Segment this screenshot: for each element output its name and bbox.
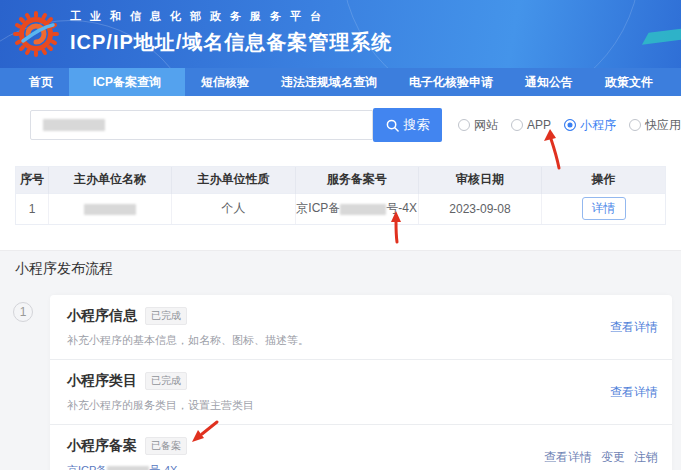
change-link[interactable]: 变更: [601, 449, 625, 466]
radio-circle-icon: [458, 119, 470, 131]
redacted-license: [107, 466, 149, 470]
radio-website[interactable]: 网站: [458, 117, 498, 134]
redacted-org-name: [84, 204, 136, 215]
view-details-link[interactable]: 查看详情: [610, 319, 658, 336]
cell-action: 详情: [542, 193, 665, 224]
col-org-name: 主办单位名称: [48, 167, 171, 193]
view-details-link[interactable]: 查看详情: [610, 384, 658, 401]
miniprogram-process-section: 小程序发布流程 1 小程序信息 已完成 补充小程序的基本信息，如名称、图标、描述…: [0, 250, 681, 470]
main-nav: 首页 ICP备案查询 短信核验 违法违规域名查询 电子化核验申请 通知公告 政策…: [0, 68, 681, 96]
redacted-license: [340, 204, 386, 215]
nav-item-home[interactable]: 首页: [13, 68, 69, 96]
nav-item-sms-verify[interactable]: 短信核验: [185, 68, 265, 96]
step-miniprogram-category: 小程序类目 已完成 补充小程序的服务类目，设置主营类目 查看详情: [50, 359, 672, 424]
step-description: 补充小程序的基本信息，如名称、图标、描述等。: [67, 333, 658, 348]
cell-license-no: 京ICP备号-4X: [295, 193, 418, 224]
license-prefix: 京ICP备: [296, 201, 340, 215]
radio-label: APP: [527, 118, 551, 132]
cell-audit-date: 2023-09-08: [418, 193, 541, 224]
step-miniprogram-info: 小程序信息 已完成 补充小程序的基本信息，如名称、图标、描述等。 查看详情: [50, 295, 672, 359]
cell-org-type: 个人: [172, 193, 295, 224]
process-title: 小程序发布流程: [0, 251, 681, 278]
deregister-link[interactable]: 注销: [634, 449, 658, 466]
step-miniprogram-filing: 小程序备案 已备案 京ICP备号-4X 查看详情 变更 注销: [50, 424, 672, 470]
search-type-radios: 网站 APP 小程序 快应用: [458, 117, 681, 134]
platform-name: 工业和信息化部政务服务平台: [70, 9, 392, 24]
table-row: 1 个人 京ICP备号-4X 2023-09-08 详情: [16, 193, 665, 224]
page-title: ICP/IP地址/域名信息备案管理系统: [70, 29, 392, 56]
step-title: 小程序备案: [67, 437, 137, 455]
radio-app[interactable]: APP: [511, 118, 551, 132]
cell-index: 1: [16, 193, 48, 224]
step-description: 补充小程序的服务类目，设置主营类目: [67, 398, 658, 413]
results-table: 序号 主办单位名称 主办单位性质 服务备案号 审核日期 操作 1 个人 京ICP…: [15, 166, 666, 225]
radio-miniprogram[interactable]: 小程序: [564, 117, 616, 134]
radio-circle-icon: [629, 119, 641, 131]
step-number-badge: 1: [13, 302, 33, 322]
icp-beian-page: 工业和信息化部政务服务平台 ICP/IP地址/域名信息备案管理系统 首页 ICP…: [0, 0, 681, 470]
radio-selected-icon: [564, 119, 576, 131]
process-card: 小程序信息 已完成 补充小程序的基本信息，如名称、图标、描述等。 查看详情 小程…: [50, 295, 672, 470]
redacted-search-term: [43, 119, 105, 131]
radio-quickapp[interactable]: 快应用: [629, 117, 681, 134]
search-button-label: 搜索: [404, 116, 430, 134]
table-header-row: 序号 主办单位名称 主办单位性质 服务备案号 审核日期 操作: [16, 167, 665, 193]
radio-label: 小程序: [580, 117, 616, 134]
col-audit-date: 审核日期: [418, 167, 541, 193]
license-suffix: 号-4X: [149, 464, 177, 470]
nav-item-policy-docs[interactable]: 政策文件: [589, 68, 669, 96]
radio-label: 快应用: [645, 117, 681, 134]
miit-gear-logo-icon: [13, 11, 59, 57]
search-input[interactable]: [30, 110, 373, 140]
step-title: 小程序信息: [67, 307, 137, 325]
view-details-link[interactable]: 查看详情: [544, 449, 592, 466]
radio-label: 网站: [474, 117, 498, 134]
nav-item-electronic-verify[interactable]: 电子化核验申请: [393, 68, 509, 96]
status-badge: 已完成: [145, 372, 187, 390]
status-badge: 已完成: [145, 307, 187, 325]
col-index: 序号: [16, 167, 48, 193]
radio-circle-icon: [511, 119, 523, 131]
col-license-no: 服务备案号: [295, 167, 418, 193]
header-decor-teal: [642, 27, 681, 44]
step-title: 小程序类目: [67, 372, 137, 390]
license-prefix: 京ICP备: [67, 464, 107, 470]
col-org-type: 主办单位性质: [172, 167, 295, 193]
app-header: 工业和信息化部政务服务平台 ICP/IP地址/域名信息备案管理系统: [0, 0, 681, 68]
status-badge: 已备案: [145, 437, 187, 455]
col-action: 操作: [542, 167, 665, 193]
query-section: 搜索 网站 APP 小程序 快应用 序号 主办单位名称 主办单位性质 服务备案号: [0, 96, 681, 250]
license-suffix: 号-4X: [386, 201, 417, 215]
cell-org-name: [48, 193, 171, 224]
search-button[interactable]: 搜索: [373, 108, 442, 142]
nav-item-icp-query[interactable]: ICP备案查询: [69, 68, 185, 96]
nav-item-illegal-domain-query[interactable]: 违法违规域名查询: [265, 68, 393, 96]
nav-item-notices[interactable]: 通知公告: [509, 68, 589, 96]
detail-button[interactable]: 详情: [582, 197, 626, 220]
search-icon: [386, 119, 399, 132]
